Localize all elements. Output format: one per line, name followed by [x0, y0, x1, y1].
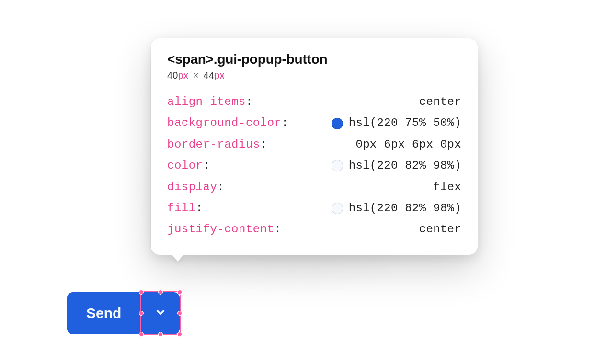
prop-value: center — [306, 94, 461, 110]
prop-colon: : — [260, 138, 267, 151]
prop-row: fill:hsl(220 82% 98%) — [167, 198, 461, 219]
prop-value-text: 0px 6px 6px 0px — [355, 137, 461, 152]
inspector-dimensions: 40px × 44px — [167, 70, 461, 81]
prop-row: justify-content:center — [167, 219, 461, 240]
prop-value: hsl(220 82% 98%) — [306, 201, 461, 216]
prop-name-text: align-items — [167, 95, 246, 108]
prop-name: fill: — [167, 201, 306, 216]
color-swatch-icon — [332, 118, 343, 129]
selector-tag: <span> — [167, 52, 214, 67]
inspector-selector: <span>.gui-popup-button — [167, 52, 327, 67]
prop-value-text: flex — [433, 180, 461, 195]
resize-handle-s[interactable] — [158, 332, 163, 337]
inspector-props: align-items:centerbackground-color:hsl(2… — [167, 91, 461, 240]
stage: <span>.gui-popup-button 40px × 44px alig… — [67, 38, 527, 345]
dim-width-num: 40 — [167, 70, 178, 80]
prop-row: align-items:center — [167, 91, 461, 113]
inspector-tooltip: <span>.gui-popup-button 40px × 44px alig… — [151, 38, 478, 255]
send-button[interactable]: Send — [67, 292, 140, 334]
prop-name-text: fill — [167, 202, 196, 215]
prop-value-text: center — [419, 94, 461, 110]
prop-name-text: border-radius — [167, 138, 260, 151]
prop-colon: : — [217, 181, 224, 193]
prop-value: hsl(220 75% 50%) — [306, 115, 461, 131]
prop-name: color: — [167, 158, 306, 173]
resize-handle-e[interactable] — [177, 311, 182, 316]
prop-name: align-items: — [167, 94, 306, 110]
prop-colon: : — [203, 159, 210, 172]
dim-height-unit: px — [214, 70, 225, 80]
prop-value-text: hsl(220 75% 50%) — [349, 115, 461, 131]
prop-name: border-radius: — [167, 137, 306, 152]
prop-value-text: center — [419, 222, 461, 237]
resize-handle-se[interactable] — [177, 332, 182, 337]
resize-handle-ne[interactable] — [177, 290, 182, 295]
prop-colon: : — [196, 202, 203, 215]
prop-value: center — [306, 222, 461, 237]
color-swatch-icon — [332, 203, 343, 214]
dim-height-num: 44 — [204, 70, 215, 80]
prop-row: color:hsl(220 82% 98%) — [167, 155, 461, 176]
prop-row: display:flex — [167, 177, 461, 198]
prop-value-text: hsl(220 82% 98%) — [349, 201, 461, 216]
prop-colon: : — [275, 223, 282, 236]
prop-name: justify-content: — [167, 222, 306, 237]
dim-width-unit: px — [178, 70, 189, 80]
prop-value: flex — [306, 180, 461, 195]
prop-name: display: — [167, 180, 306, 195]
selector-class: .gui-popup-button — [214, 52, 328, 67]
send-button-label: Send — [86, 305, 121, 321]
prop-row: border-radius:0px 6px 6px 0px — [167, 134, 461, 155]
prop-name-text: background-color — [167, 116, 281, 129]
popup-toggle-button[interactable] — [141, 292, 180, 334]
prop-value-text: hsl(220 82% 98%) — [349, 158, 461, 173]
prop-name-text: color — [167, 159, 203, 172]
prop-colon: : — [246, 95, 253, 108]
color-swatch-icon — [332, 160, 343, 171]
resize-handle-n[interactable] — [158, 290, 163, 295]
prop-row: background-color:hsl(220 75% 50%) — [167, 113, 461, 134]
prop-name: background-color: — [167, 115, 306, 131]
split-button: Send — [67, 292, 180, 334]
dim-sep: × — [193, 70, 199, 80]
prop-value: hsl(220 82% 98%) — [306, 158, 461, 173]
prop-name-text: justify-content — [167, 223, 275, 236]
prop-value: 0px 6px 6px 0px — [306, 137, 461, 152]
prop-colon: : — [281, 116, 288, 129]
prop-name-text: display — [167, 181, 217, 193]
chevron-down-icon — [154, 306, 167, 320]
